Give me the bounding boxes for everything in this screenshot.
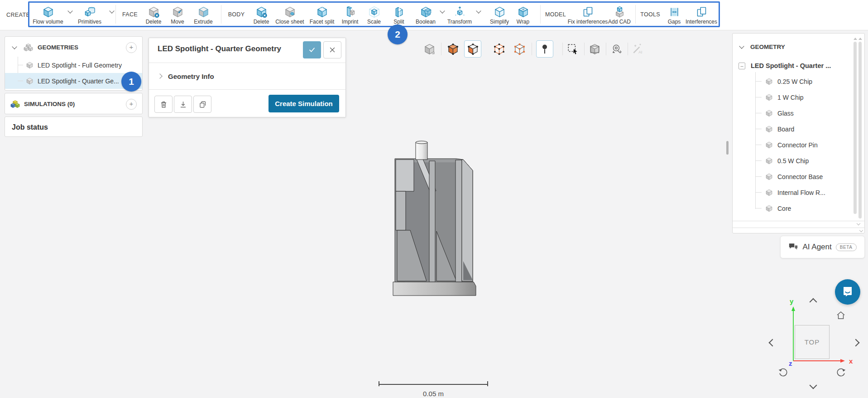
viewport-tool-select-vertices[interactable]	[511, 40, 528, 58]
tree-item-0-5-w-chip[interactable]: 0.5 W Chip	[733, 153, 864, 169]
annotation-circle-1: 1	[121, 72, 141, 92]
scroll-up-arrow[interactable]	[858, 38, 862, 40]
add-simulation-button[interactable]: +	[126, 99, 137, 110]
create-simulation-button[interactable]: Create Simulation	[269, 95, 339, 112]
tree-tick	[755, 113, 762, 113]
geometry-item-led-spotlight-full-geometry[interactable]: LED Spotlight - Full Geometry	[5, 57, 142, 73]
collapse-icon[interactable]: –	[739, 63, 745, 69]
viewport-tool-box-select[interactable]	[564, 40, 581, 58]
toolbar-button-primitives[interactable]: Primitives	[70, 5, 109, 25]
add-geometry-button[interactable]: +	[126, 42, 137, 53]
viewport-tool-ai-assistant: AI	[629, 40, 646, 58]
viewport-tool-measure[interactable]	[608, 40, 625, 58]
chevron-down-icon[interactable]	[109, 8, 114, 13]
scrollbar-thumb[interactable]	[854, 42, 857, 214]
toolbar-button-label: Transform	[447, 19, 472, 25]
tree-root-row[interactable]: – LED Spotlight - Quarter ...	[733, 59, 864, 72]
geometry-tree-header[interactable]: GEOMETRY	[733, 40, 864, 53]
geometry-cube-icon	[26, 61, 34, 69]
support-chat-button[interactable]	[835, 279, 860, 305]
clip-plane-icon	[589, 43, 601, 55]
tree-item-label: Connector Base	[777, 173, 823, 180]
rotate-ccw-icon[interactable]	[778, 367, 788, 377]
chevron-down-icon[interactable]	[857, 222, 860, 225]
toolbar-button-transform[interactable]: Transform	[440, 5, 479, 25]
viewport-tool-select-edges[interactable]	[490, 40, 508, 58]
chevron-down-icon[interactable]	[739, 44, 744, 49]
scrollbar-thumb[interactable]	[858, 42, 862, 218]
cube-move-icon	[172, 5, 184, 18]
download-geometry-button[interactable]	[174, 96, 192, 113]
toolbar-button-flow-volume[interactable]: Flow volume	[29, 5, 67, 25]
tree-root-label: LED Spotlight - Quarter ...	[751, 62, 831, 69]
geometry-info-section[interactable]: Geometry Info	[149, 63, 345, 89]
toolbar-button-extrude[interactable]: Extrude	[184, 5, 223, 25]
tree-item-1-w-chip[interactable]: 1 W Chip	[733, 89, 864, 105]
scroll-up-arrow[interactable]	[854, 38, 857, 40]
toolbar-button-label: Close sheet	[275, 19, 304, 25]
beta-badge: BETA	[836, 243, 857, 251]
split-icon	[393, 5, 405, 18]
viewport-tool-render-mode[interactable]	[421, 40, 438, 58]
home-view-icon[interactable]	[836, 311, 845, 320]
viewport-tool-select-faces[interactable]	[464, 40, 481, 58]
delete-geometry-button[interactable]	[154, 96, 173, 113]
collapsed-strip-1[interactable]	[733, 221, 864, 228]
rotate-cw-icon[interactable]	[836, 367, 846, 377]
geometry-item-label: LED Spotlight - Full Geometry	[38, 62, 122, 69]
toolbar-button-label: Add CAD	[608, 19, 631, 25]
toolbar-button-boolean[interactable]: Boolean	[406, 5, 445, 25]
toolbar-button-label: Wrap	[517, 19, 529, 25]
toolbar-button-wrap[interactable]: Wrap	[504, 5, 542, 25]
copy-geometry-button[interactable]	[193, 96, 211, 113]
toolbar-button-label: Gaps	[668, 19, 681, 25]
tree-item-glass[interactable]: Glass	[733, 105, 864, 121]
viewport-toolbar-separator	[562, 43, 563, 55]
close-button[interactable]	[323, 41, 341, 58]
collapsed-strip-2[interactable]	[733, 228, 864, 233]
tree-item-0-25-w-chip[interactable]: 0.25 W Chip	[733, 73, 864, 89]
ai-agent-button[interactable]: AI Agent BETA	[780, 236, 865, 258]
select-volume-icon	[447, 43, 459, 55]
toolbar-button-label: Delete	[254, 19, 269, 25]
part-cube-icon	[765, 189, 773, 196]
chevron-right-icon[interactable]	[157, 73, 162, 78]
tree-item-core[interactable]: Core	[733, 200, 864, 216]
viewport-tool-probe-point[interactable]	[536, 40, 553, 58]
axis-x-label: x	[849, 357, 853, 365]
part-cube-icon	[765, 141, 773, 149]
toolbar-button-label: Interferences	[686, 19, 717, 25]
gaps-icon	[668, 5, 681, 18]
job-status-row[interactable]: Job status	[5, 117, 142, 137]
geometry-info-label: Geometry Info	[168, 73, 214, 80]
simulations-header[interactable]: SIMULATIONS (0)	[5, 97, 142, 111]
tree-item-connector-base[interactable]: Connector Base	[733, 169, 864, 184]
viewport-toolbar-separator	[628, 43, 628, 55]
tree-tick	[755, 192, 762, 193]
geometry-tree-title: GEOMETRY	[750, 44, 785, 50]
viewport-tool-select-volumes[interactable]	[444, 40, 461, 58]
toolbar-button-interferences[interactable]: Interferences	[682, 5, 721, 25]
tree-item-connector-pin[interactable]: Connector Pin	[733, 137, 864, 153]
geometries-header[interactable]: GEOMETRIES	[5, 40, 142, 54]
geometries-icon	[24, 43, 33, 52]
cad-toolbar-group-box: FACEBODYMODELTOOLSFlow volumePrimitivesD…	[28, 1, 720, 27]
tree-tick	[755, 129, 762, 129]
part-cube-icon	[765, 125, 773, 133]
chevron-down-icon[interactable]	[12, 44, 17, 49]
viewport-tool-clip-plane[interactable]	[586, 40, 603, 58]
top-toolbar: CREATE FACEBODYMODELTOOLSFlow volumePrim…	[0, 0, 868, 30]
tree-tick	[18, 81, 23, 81]
trash-icon	[159, 100, 168, 109]
tree-item-board[interactable]: Board	[733, 121, 864, 137]
pages-icon	[582, 5, 594, 18]
annotation-circle-2: 2	[388, 24, 408, 44]
confirm-button[interactable]	[303, 41, 321, 58]
pages-icon	[695, 5, 708, 18]
chevron-down-icon[interactable]	[859, 228, 863, 232]
tree-item-internal-flow-r[interactable]: Internal Flow R...	[733, 184, 864, 200]
panel-resize-handle[interactable]	[726, 141, 729, 155]
toolbar-button-add-cad[interactable]: Add CAD	[600, 5, 639, 25]
toolbar-button-label: Scale	[367, 19, 381, 25]
led-spotlight-3d-model[interactable]	[389, 136, 480, 299]
